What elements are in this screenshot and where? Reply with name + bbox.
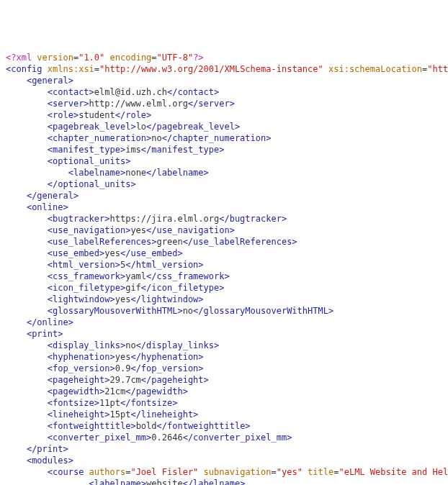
code-line: <general> xyxy=(6,75,442,86)
code-line: <lightwindow>yes</lightwindow> xyxy=(6,294,442,305)
code-line: <?xml version="1.0" encoding="UTF-8"?> xyxy=(6,52,442,63)
code-line: <use_navigation>yes</use_navigation> xyxy=(6,225,442,236)
code-line: <pagewidth>21cm</pagewidth> xyxy=(6,386,442,397)
code-line: <print> xyxy=(6,328,442,340)
code-line: <use_labelReferences>green</use_labelRef… xyxy=(6,236,442,248)
code-line: <fontsize>11pt</fontsize> xyxy=(6,397,442,409)
xml-code-block: <?xml version="1.0" encoding="UTF-8"?><c… xyxy=(6,52,442,485)
code-line: <fontweighttitle>bold</fontweighttitle> xyxy=(6,420,442,432)
code-line: <pagebreak_level>lo</pagebreak_level> xyxy=(6,121,442,132)
code-line: <optional_units> xyxy=(6,155,442,167)
code-line: <modules> xyxy=(6,455,442,466)
code-line: <config xmlns:xsi="http://www.w3.org/200… xyxy=(6,63,442,75)
code-line: <manifest_type>ims</manifest_type> xyxy=(6,144,442,155)
code-line: </general> xyxy=(6,190,442,201)
code-line: <glossaryMousoverWithHTML>no</glossaryMo… xyxy=(6,305,442,317)
code-line: <icon_filetype>gif</icon_filetype> xyxy=(6,282,442,294)
code-line: <contact>elml@id.uzh.ch</contact> xyxy=(6,86,442,98)
code-line: <use_embed>yes</use_embed> xyxy=(6,248,442,259)
code-line: <server>http://www.elml.org</server> xyxy=(6,98,442,109)
code-line: <converter_pixel_mm>0.2646</converter_pi… xyxy=(6,432,442,443)
code-line: <labelname>none</labelname> xyxy=(6,167,442,178)
code-line: <pageheight>29.7cm</pageheight> xyxy=(6,374,442,386)
code-line: <lineheight>15pt</lineheight> xyxy=(6,409,442,420)
code-line: <display_links>no</display_links> xyxy=(6,340,442,351)
code-line: </online> xyxy=(6,317,442,328)
code-line: </optional_units> xyxy=(6,178,442,190)
code-line: <fop_version>0.9</fop_version> xyxy=(6,363,442,374)
code-line: <html_version>5</html_version> xyxy=(6,259,442,271)
code-line: <chapter_numeration>no</chapter_numerati… xyxy=(6,132,442,144)
code-line: <online> xyxy=(6,201,442,213)
code-line: </print> xyxy=(6,443,442,455)
code-line: <course authors="Joel Fisler" subnavigat… xyxy=(6,466,442,478)
code-line: <bugtracker>https://jira.elml.org</bugtr… xyxy=(6,213,442,225)
code-line: <role>student</role> xyxy=(6,109,442,121)
code-line: <hyphenation>yes</hyphenation> xyxy=(6,351,442,363)
code-line: <css_framework>yaml</css_framework> xyxy=(6,271,442,282)
code-line: <labelname>website</labelname> xyxy=(6,478,442,485)
